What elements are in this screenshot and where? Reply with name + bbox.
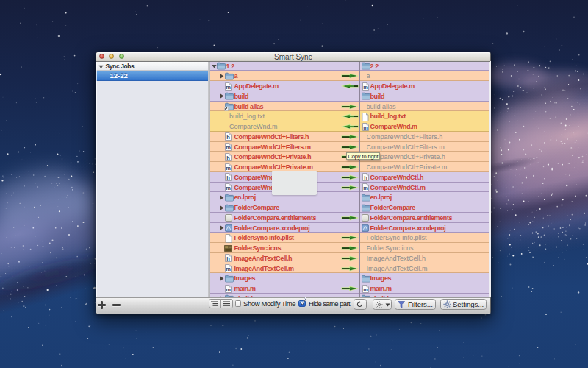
svg-text:h: h [226,174,230,181]
svg-text:m: m [226,84,231,91]
svg-text:m: m [363,286,368,293]
svg-text:m: m [226,286,231,293]
svg-text:m: m [363,84,368,91]
svg-text:m: m [226,144,231,151]
svg-text:h: h [226,255,230,262]
svg-text:m: m [226,165,231,171]
svg-text:h: h [226,155,230,161]
svg-text:m: m [226,266,231,272]
svg-text:m: m [363,124,368,131]
svg-text:h: h [226,134,230,141]
svg-text:h: h [364,174,368,181]
svg-text:m: m [226,185,231,191]
svg-text:m: m [363,185,368,191]
